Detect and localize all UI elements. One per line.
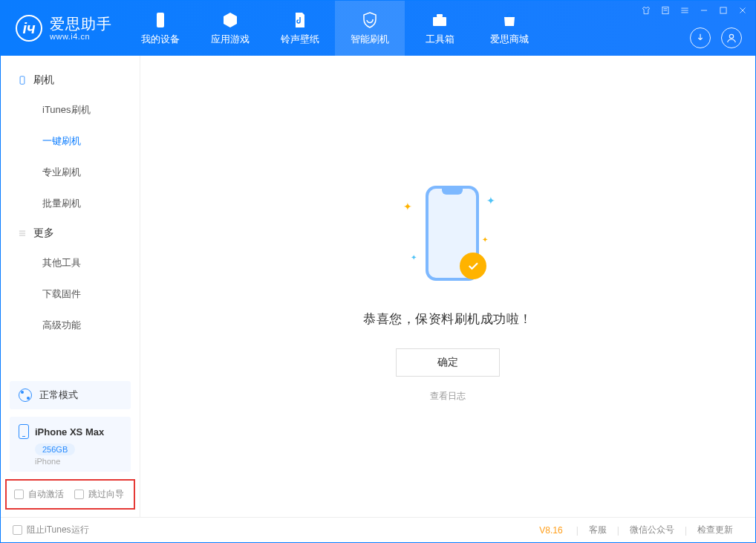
tab-my-device[interactable]: 我的设备 — [126, 1, 195, 56]
success-message: 恭喜您，保资料刷机成功啦！ — [363, 310, 532, 328]
close-icon[interactable] — [736, 4, 749, 17]
footer-right: V8.16 | 客服 | 微信公众号 | 检查更新 — [539, 524, 743, 536]
group-title: 更多 — [33, 227, 54, 240]
body: 刷机 iTunes刷机 一键刷机 专业刷机 批量刷机 更多 其他工具 下载固件 … — [1, 56, 755, 517]
app-subtitle: www.i4.cn — [50, 32, 112, 41]
tab-smart-flash[interactable]: 智能刷机 — [335, 1, 405, 56]
group-title: 刷机 — [33, 74, 54, 87]
sparkle-icon: ✦ — [411, 253, 417, 261]
mode-label: 正常模式 — [39, 388, 78, 402]
device-name: iPhone XS Max — [35, 426, 104, 438]
device-row[interactable]: iPhone XS Max 256GB iPhone — [10, 417, 131, 472]
sidebar-item-pro-flash[interactable]: 专业刷机 — [1, 157, 140, 188]
svg-point-5 — [729, 34, 733, 38]
music-file-icon — [290, 10, 310, 30]
tab-label: 应用游戏 — [211, 33, 250, 46]
checkbox-label: 阻止iTunes运行 — [27, 524, 89, 536]
view-log-link[interactable]: 查看日志 — [430, 390, 466, 403]
window-controls — [639, 4, 749, 17]
app-title: 爱思助手 — [50, 16, 112, 32]
checkbox-skip-guide[interactable]: 跳过向导 — [74, 488, 124, 501]
success-illustration: ✦ ✦ ✦ ✦ — [374, 171, 522, 297]
checkbox-auto-activate[interactable]: 自动激活 — [14, 488, 64, 501]
tab-label: 智能刷机 — [351, 33, 389, 46]
checkbox-label: 自动激活 — [28, 488, 64, 501]
main-content: ✦ ✦ ✦ ✦ 恭喜您，保资料刷机成功啦！ 确定 查看日志 — [140, 56, 755, 517]
tab-label: 我的设备 — [141, 33, 180, 46]
minimize-icon[interactable] — [697, 4, 711, 17]
tab-store[interactable]: 爱思商城 — [475, 1, 544, 56]
logo: iч 爱思助手 www.i4.cn — [1, 1, 126, 56]
ok-button[interactable]: 确定 — [396, 348, 500, 377]
sparkle-icon: ✦ — [486, 195, 495, 207]
sidebar-item-itunes-flash[interactable]: iTunes刷机 — [1, 94, 140, 126]
maximize-icon[interactable] — [717, 4, 730, 17]
sidebar-group-flash: 刷机 — [1, 66, 140, 94]
list-icon — [17, 228, 27, 238]
footer-link-update[interactable]: 检查更新 — [687, 524, 743, 536]
app-window: { "app": { "title": "爱思助手", "subtitle": … — [0, 0, 756, 543]
device-phone-icon — [19, 424, 29, 439]
tab-toolbox[interactable]: 工具箱 — [405, 1, 475, 56]
sparkle-icon: ✦ — [403, 201, 412, 212]
tab-label: 铃声壁纸 — [281, 33, 319, 46]
sidebar-scroll: 刷机 iTunes刷机 一键刷机 专业刷机 批量刷机 更多 其他工具 下载固件 … — [1, 56, 140, 375]
checkbox-box-icon — [14, 490, 24, 499]
mode-icon — [19, 388, 32, 402]
sidebar-item-download-firmware[interactable]: 下载固件 — [1, 279, 140, 310]
shirt-icon[interactable] — [639, 4, 653, 17]
footer-link-wechat[interactable]: 微信公众号 — [619, 524, 685, 536]
checkbox-box-icon — [74, 490, 84, 499]
sidebar-item-batch-flash[interactable]: 批量刷机 — [1, 188, 140, 219]
device-panel: 正常模式 iPhone XS Max 256GB iPhone — [1, 375, 140, 479]
header: iч 爱思助手 www.i4.cn 我的设备 应用游戏 铃声壁纸 智能刷机 — [1, 1, 755, 56]
device-small-icon — [17, 75, 27, 85]
logo-icon: iч — [16, 15, 42, 42]
svg-rect-4 — [720, 7, 726, 13]
tab-label: 工具箱 — [426, 33, 454, 46]
device-head: iPhone XS Max — [19, 424, 122, 439]
check-badge-icon — [460, 253, 486, 279]
tab-apps-games[interactable]: 应用游戏 — [195, 1, 265, 56]
menu-icon[interactable] — [678, 4, 691, 17]
tab-ringtone-wallpaper[interactable]: 铃声壁纸 — [265, 1, 335, 56]
bag-icon — [500, 10, 519, 30]
version-label: V8.16 — [539, 525, 562, 536]
user-icon[interactable] — [721, 27, 742, 48]
phone-icon — [151, 10, 170, 30]
checkbox-box-icon — [13, 525, 22, 535]
header-right-actions — [690, 27, 742, 48]
footer: 阻止iTunes运行 V8.16 | 客服 | 微信公众号 | 检查更新 — [1, 517, 755, 542]
checkbox-block-itunes[interactable]: 阻止iTunes运行 — [13, 524, 89, 536]
refresh-shield-icon — [360, 10, 379, 30]
sidebar-item-one-click-flash[interactable]: 一键刷机 — [1, 126, 140, 157]
note-icon[interactable] — [659, 4, 672, 17]
logo-text: 爱思助手 www.i4.cn — [50, 16, 112, 41]
checkbox-label: 跳过向导 — [88, 488, 124, 501]
svg-rect-2 — [437, 14, 443, 17]
success-card: ✦ ✦ ✦ ✦ 恭喜您，保资料刷机成功啦！ 确定 查看日志 — [363, 171, 532, 403]
sidebar: 刷机 iTunes刷机 一键刷机 专业刷机 批量刷机 更多 其他工具 下载固件 … — [1, 56, 140, 517]
sidebar-group-more: 更多 — [1, 219, 140, 247]
toolbox-icon — [430, 10, 449, 30]
cube-icon — [221, 10, 240, 30]
svg-rect-0 — [157, 13, 164, 27]
mode-row[interactable]: 正常模式 — [10, 381, 131, 409]
sparkle-icon: ✦ — [482, 235, 488, 244]
download-icon[interactable] — [690, 27, 711, 48]
footer-link-support[interactable]: 客服 — [579, 524, 617, 536]
sidebar-item-advanced[interactable]: 高级功能 — [1, 310, 140, 341]
highlighted-options: 自动激活 跳过向导 — [5, 479, 135, 510]
device-type: iPhone — [35, 457, 122, 466]
tab-label: 爱思商城 — [490, 33, 529, 46]
capacity-badge: 256GB — [35, 443, 75, 455]
sidebar-item-other-tools[interactable]: 其他工具 — [1, 247, 140, 279]
svg-rect-1 — [433, 17, 446, 26]
svg-rect-6 — [20, 77, 25, 85]
